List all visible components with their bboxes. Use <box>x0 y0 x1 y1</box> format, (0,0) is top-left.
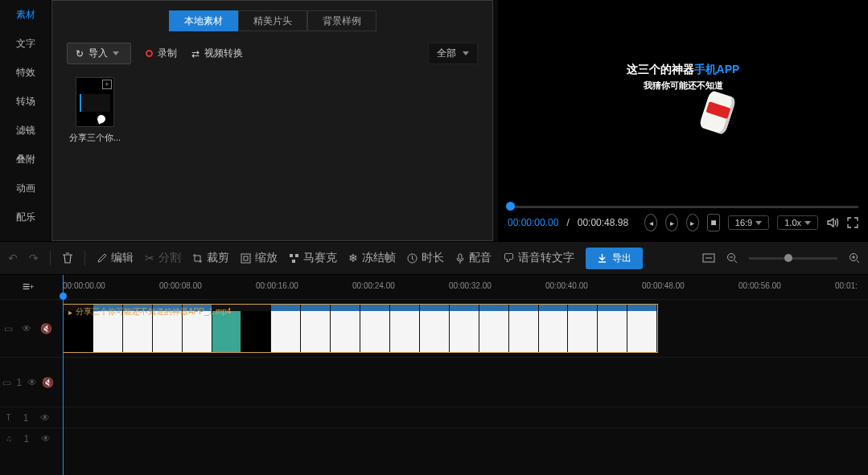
undo-button[interactable]: ↶ <box>8 252 18 264</box>
text-track[interactable] <box>56 407 868 428</box>
scale-button[interactable]: 缩放 <box>241 251 278 265</box>
svg-rect-6 <box>459 254 462 260</box>
visibility-icon[interactable]: 👁 <box>22 323 31 334</box>
ruler-tick: 00:00:24.00 <box>352 281 395 290</box>
mute-icon[interactable]: 🔇 <box>42 377 54 388</box>
preview-viewport[interactable]: 这三个的神器手机APP 我猜你可能还不知道 <box>506 5 860 204</box>
sidebar-tab-effects[interactable]: 特效 <box>0 58 51 87</box>
edit-button[interactable]: 编辑 <box>97 251 134 265</box>
asset-grid: + 分享三个你... <box>52 71 492 150</box>
time-ruler[interactable]: 00:00:00.00 00:00:08.00 00:00:16.00 00:0… <box>56 275 868 299</box>
convert-label: 视频转换 <box>204 47 243 60</box>
visibility-icon[interactable]: 👁 <box>41 433 51 444</box>
asset-filter-select[interactable]: 全部 <box>428 43 478 64</box>
sidebar-tab-animation[interactable]: 动画 <box>0 174 51 203</box>
playhead[interactable] <box>63 275 64 475</box>
convert-icon: ⇄ <box>191 48 200 59</box>
preview-subtext: 我猜你可能还不知道 <box>506 80 860 92</box>
sidebar-tab-media[interactable]: 素材 <box>0 0 51 29</box>
scrub-handle[interactable] <box>506 202 515 211</box>
redo-button[interactable]: ↷ <box>29 252 39 264</box>
dub-button[interactable]: 配音 <box>455 251 492 265</box>
stop-button[interactable]: ■ <box>707 214 720 231</box>
svg-rect-2 <box>290 254 293 257</box>
ruler-tick: 00:00:16.00 <box>256 281 298 290</box>
overlay-track[interactable] <box>56 357 868 407</box>
crop-button[interactable]: 裁剪 <box>192 251 229 265</box>
svg-rect-4 <box>292 260 295 263</box>
preview-panel: 这三个的神器手机APP 我猜你可能还不知道 00:00:00.00 / 00:0… <box>498 0 868 241</box>
sidebar-tab-music[interactable]: 配乐 <box>0 203 51 231</box>
preview-graphic <box>699 90 737 135</box>
freeze-button[interactable]: ❄冻结帧 <box>348 251 396 265</box>
audio-track[interactable] <box>56 428 868 448</box>
sidebar-tab-overlay[interactable]: 叠附 <box>0 145 51 174</box>
video-track-header[interactable]: ▭ 👁 🔇 <box>0 299 56 357</box>
duration-button[interactable]: 时长 <box>407 251 444 265</box>
ruler-tick: 00:00:08.00 <box>159 281 202 290</box>
track-index: 1 <box>23 433 29 444</box>
visibility-icon[interactable]: 👁 <box>40 412 50 424</box>
asset-tab-local[interactable]: 本地素材 <box>169 10 238 31</box>
ruler-tick: 00:00:32.00 <box>449 281 492 290</box>
ruler-tick: 00:01: <box>835 281 858 290</box>
visibility-icon[interactable]: 👁 <box>27 377 37 388</box>
zoom-slider[interactable] <box>749 257 837 260</box>
track-headers: ≡+ ▭ 👁 🔇 ▭ 1 👁 🔇 T 1 👁 ♫ 1 👁 <box>0 275 56 475</box>
asset-tab-bg[interactable]: 背景样例 <box>307 10 376 31</box>
export-label: 导出 <box>612 252 631 265</box>
filter-label: 全部 <box>437 47 456 60</box>
overlay-icon: ▭ <box>2 377 11 388</box>
chevron-down-icon <box>804 221 811 225</box>
track-index: 1 <box>16 377 22 388</box>
video-track[interactable]: ▸ 分享三个你可能还不知道的神器APP_1.mp4 <box>56 299 868 357</box>
next-frame-button[interactable]: ▸ <box>686 214 699 231</box>
mute-icon[interactable]: 🔇 <box>40 323 52 334</box>
chevron-down-icon <box>463 51 469 55</box>
import-button[interactable]: ↻ 导入 <box>67 43 131 64</box>
track-index: 1 <box>23 412 29 424</box>
import-icon: ↻ <box>76 48 84 59</box>
sidebar-tab-transition[interactable]: 转场 <box>0 87 51 116</box>
speed-select[interactable]: 1.0x <box>777 215 818 230</box>
timeline-body[interactable]: 00:00:00.00 00:00:08.00 00:00:16.00 00:0… <box>56 275 868 475</box>
asset-tab-intro[interactable]: 精美片头 <box>238 10 307 31</box>
left-sidebar: 素材 文字 特效 转场 滤镜 叠附 动画 配乐 <box>0 0 51 241</box>
record-label: 录制 <box>158 47 177 60</box>
text-icon: T <box>6 413 11 422</box>
export-icon <box>597 253 607 264</box>
fit-timeline-icon[interactable] <box>702 253 715 263</box>
volume-icon[interactable] <box>826 216 839 229</box>
asset-name: 分享三个你... <box>67 132 123 144</box>
text-track-header[interactable]: T 1 👁 <box>0 407 56 428</box>
convert-button[interactable]: ⇄ 视频转换 <box>191 47 243 60</box>
export-button[interactable]: 导出 <box>586 248 643 269</box>
preview-caption: 这三个的神器手机APP 我猜你可能还不知道 <box>506 63 860 92</box>
zoom-knob[interactable] <box>784 254 792 262</box>
zoom-in-button[interactable] <box>849 252 860 264</box>
add-to-timeline-icon[interactable]: + <box>102 80 112 89</box>
speech-to-text-button[interactable]: 🗩语音转文字 <box>503 251 574 265</box>
aspect-ratio-select[interactable]: 16:9 <box>728 215 769 230</box>
delete-button[interactable] <box>62 252 73 264</box>
preview-scrubber[interactable] <box>506 204 860 209</box>
split-button[interactable]: ✂分割 <box>145 251 181 265</box>
play-button[interactable]: ▸ <box>665 214 678 231</box>
svg-rect-1 <box>244 256 248 260</box>
timeline-menu-button[interactable]: ≡+ <box>0 275 56 299</box>
fullscreen-icon[interactable] <box>847 217 858 228</box>
sidebar-tab-filter[interactable]: 滤镜 <box>0 116 51 145</box>
prev-frame-button[interactable]: ◂ <box>644 214 657 231</box>
preview-controls: 00:00:00.00 / 00:00:48.98 ◂ ▸ ▸ ■ 16:9 1… <box>506 209 860 236</box>
sidebar-tab-text[interactable]: 文字 <box>0 29 51 58</box>
ruler-tick: 00:00:48.00 <box>642 281 685 290</box>
zoom-out-button[interactable] <box>726 252 738 264</box>
overlay-track-header[interactable]: ▭ 1 👁 🔇 <box>0 357 56 407</box>
ruler-tick: 00:00:00.00 <box>63 281 105 290</box>
mosaic-button[interactable]: 马赛克 <box>289 251 337 265</box>
asset-item[interactable]: + 分享三个你... <box>67 77 123 144</box>
video-clip[interactable]: ▸ 分享三个你可能还不知道的神器APP_1.mp4 <box>63 304 658 353</box>
preview-text: 这三个的神器 <box>627 63 694 76</box>
audio-track-header[interactable]: ♫ 1 👁 <box>0 428 56 448</box>
record-button[interactable]: 录制 <box>146 47 177 60</box>
